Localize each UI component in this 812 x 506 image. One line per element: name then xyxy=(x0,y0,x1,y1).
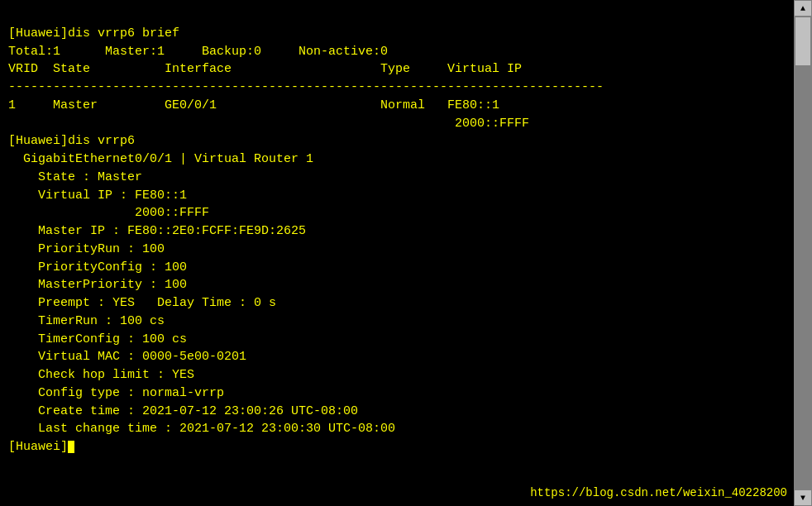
scroll-thumb[interactable] xyxy=(795,17,811,66)
terminal-line: GigabitEthernet0/0/1 | Virtual Router 1 xyxy=(8,150,786,169)
terminal-line: Virtual IP : FE80::1 xyxy=(8,187,786,205)
terminal-line: ----------------------------------------… xyxy=(8,79,786,97)
terminal-line: TimerRun : 100 cs xyxy=(8,313,786,331)
terminal-line: State : Master xyxy=(8,169,786,187)
terminal-line: Total:1 Master:1 Backup:0 Non-active:0 xyxy=(8,43,786,61)
terminal-cursor xyxy=(68,441,74,453)
terminal-line: [Huawei]dis vrrp6 brief xyxy=(8,25,786,43)
scrollbar[interactable]: ▲ ▼ xyxy=(794,0,812,506)
terminal-line: Config type : normal-vrrp xyxy=(8,384,786,403)
terminal-line: [Huawei] xyxy=(8,438,786,456)
terminal-line: 2000::FFFF xyxy=(8,115,786,133)
terminal-line: Master IP : FE80::2E0:FCFF:FE9D:2625 xyxy=(8,222,786,241)
scroll-up-arrow[interactable]: ▲ xyxy=(794,0,812,17)
footer-url: https://blog.csdn.net/weixin_40228200 xyxy=(530,486,787,499)
terminal-line: 2000::FFFF xyxy=(8,204,786,222)
terminal-line: 1 Master GE0/0/1 Normal FE80::1 xyxy=(8,97,786,115)
terminal-line: Last change time : 2021-07-12 23:00:30 U… xyxy=(8,420,786,438)
scroll-track[interactable] xyxy=(794,17,812,489)
terminal-line: Virtual MAC : 0000-5e00-0201 xyxy=(8,348,786,366)
terminal-window: [Huawei]dis vrrp6 briefTotal:1 Master:1 … xyxy=(0,0,794,506)
terminal-line: PriorityRun : 100 xyxy=(8,241,786,259)
terminal-line: Check hop limit : YES xyxy=(8,366,786,384)
terminal-line: TimerConfig : 100 cs xyxy=(8,331,786,349)
scroll-down-arrow[interactable]: ▼ xyxy=(794,489,812,506)
terminal-line: Preempt : YES Delay Time : 0 s xyxy=(8,294,786,313)
terminal-line: [Huawei]dis vrrp6 xyxy=(8,132,786,150)
terminal-line: VRID State Interface Type Virtual IP xyxy=(8,60,786,79)
terminal-line: PriorityConfig : 100 xyxy=(8,259,786,277)
terminal-line: Create time : 2021-07-12 23:00:26 UTC-08… xyxy=(8,403,786,421)
terminal-line: MasterPriority : 100 xyxy=(8,276,786,294)
